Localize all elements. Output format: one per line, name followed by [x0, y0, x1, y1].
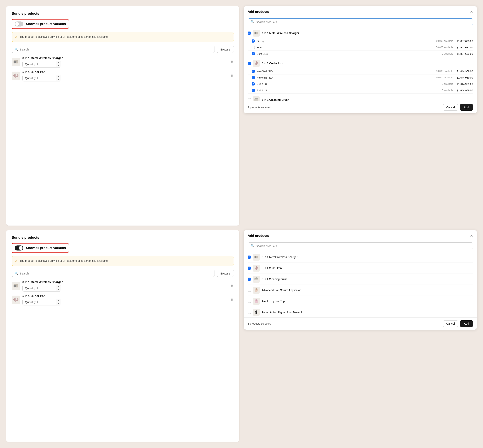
modal-close-bottom[interactable]: ✕ [470, 234, 473, 238]
qty-row-bottom-2[interactable]: Quantity 1 ▲ ▼ [23, 299, 61, 305]
qty-row-bottom-1[interactable]: Quantity 1 ▲ ▼ [23, 285, 61, 291]
svg-rect-1 [14, 61, 16, 63]
toggle-knob-bottom [19, 246, 23, 250]
toggle-switch-top[interactable] [15, 22, 23, 26]
add-button-top[interactable]: Add [460, 104, 473, 111]
search-wrap-top[interactable]: 🔍 [12, 46, 215, 53]
svg-rect-14 [257, 62, 258, 65]
product-thumb-bottom-1 [12, 282, 20, 290]
variant-checkbox-top-2-4[interactable] [252, 89, 255, 92]
toggle-row-bottom[interactable]: Show all product variants [12, 243, 69, 253]
svg-rect-4 [16, 73, 16, 78]
product-item-bottom-1: 3 In 1 Metal Wireless Charger Quantity 1… [12, 280, 234, 291]
warning-icon-top: ⚠ [15, 35, 18, 39]
modal-list-bottom[interactable]: 3 In 1 Metal Wireless Charger 5 in 1 Cur… [244, 252, 477, 317]
search-input-top[interactable] [20, 48, 212, 51]
qty-down-top-1[interactable]: ▼ [56, 64, 61, 67]
qty-row-top-2[interactable]: Quantity 1 ▲ ▼ [23, 75, 61, 81]
search-wrap-bottom[interactable]: 🔍 [12, 270, 215, 277]
variant-name-top-2-2: New 5in1 / EU [257, 76, 434, 79]
variant-name-top-1-1: Silvery [257, 40, 434, 43]
browse-button-top[interactable]: Browse [217, 46, 234, 53]
modal-search-icon-top: 🔍 [251, 20, 254, 24]
delete-button-bottom-1[interactable]: 🗑 [230, 284, 234, 288]
product-info-top-1: 3 In 1 Metal Wireless Charger Quantity 1… [23, 56, 226, 67]
modal-list-top[interactable]: 3 In 1 Metal Wireless Charger Silvery 50… [244, 28, 477, 101]
qty-up-top-2[interactable]: ▲ [56, 75, 61, 78]
simple-product-bottom-2: 5 in 1 Curler Iron [248, 263, 473, 274]
qty-spinners-bottom-2[interactable]: ▲ ▼ [56, 299, 61, 305]
simple-checkbox-bottom-5[interactable] [248, 300, 251, 303]
simple-product-bottom-4: Advanced Hair Serum Applicator [248, 285, 473, 296]
group-checkbox-top-1[interactable] [248, 32, 251, 35]
group-checkbox-top-2[interactable] [248, 62, 251, 65]
qty-down-top-2[interactable]: ▼ [56, 78, 61, 81]
variant-avail-top-1-3: 0 available [442, 52, 453, 55]
simple-name-bottom-4: Advanced Hair Serum Applicator [262, 289, 473, 292]
simple-checkbox-bottom-4[interactable] [248, 289, 251, 292]
modal-search-input-top[interactable] [256, 20, 470, 24]
variant-price-top-2-3: $1,644,969.00 [457, 83, 473, 86]
delete-button-top-1[interactable]: 🗑 [230, 60, 234, 64]
simple-product-bottom-1: 3 In 1 Metal Wireless Charger [248, 252, 473, 263]
qty-label-bottom-2: Quantity 1 [23, 299, 56, 305]
modal-search-wrap-bottom[interactable]: 🔍 [248, 242, 473, 249]
selected-count-top: 2 products selected [248, 106, 271, 109]
variant-price-top-2-1: $1,644,969.00 [457, 70, 473, 73]
simple-thumb-bottom-6 [253, 309, 260, 316]
variant-checkbox-top-1-2[interactable] [252, 46, 255, 49]
cancel-button-top[interactable]: Cancel [443, 104, 458, 111]
product-item-bottom-2: 5 in 1 Curler Iron Quantity 1 ▲ ▼ 🗑 [12, 294, 234, 305]
modal-close-top[interactable]: ✕ [470, 10, 473, 14]
simple-thumb-bottom-4 [253, 287, 260, 294]
toggle-label-top: Show all product variants [26, 22, 66, 26]
qty-up-bottom-1[interactable]: ▲ [56, 285, 61, 288]
qty-up-top-1[interactable]: ▲ [56, 61, 61, 64]
svg-rect-29 [255, 256, 256, 258]
qty-up-bottom-2[interactable]: ▲ [56, 299, 61, 302]
simple-product-bottom-3: 8 in 1 Cleaning Brush [248, 274, 473, 285]
toggle-switch-bottom[interactable] [15, 246, 23, 250]
bundle-title-top: Bundle products [12, 12, 234, 16]
add-button-bottom[interactable]: Add [460, 320, 473, 327]
search-icon-top: 🔍 [15, 48, 18, 51]
simple-name-bottom-3: 8 in 1 Cleaning Brush [262, 278, 473, 281]
warning-box-top: ⚠ The product is displayed only if it or… [12, 32, 234, 42]
qty-spinners-bottom-1[interactable]: ▲ ▼ [56, 285, 61, 291]
simple-checkbox-bottom-3[interactable] [248, 278, 251, 281]
variant-checkbox-top-2-3[interactable] [252, 82, 255, 86]
modal-search-input-bottom[interactable] [256, 244, 470, 248]
simple-thumb-bottom-3 [253, 276, 260, 283]
variant-avail-top-2-3: 0 available [442, 83, 453, 85]
variant-checkbox-top-2-1[interactable] [252, 70, 255, 73]
group-checkbox-top-3[interactable] [248, 98, 251, 101]
add-products-modal-top: Add products ✕ 🔍 3 In 1 Metal Wireless C… [244, 6, 477, 113]
variant-name-top-2-1: New 5in1 / US [257, 70, 434, 73]
simple-checkbox-bottom-6[interactable] [248, 311, 251, 314]
modal-search-wrap-top[interactable]: 🔍 [248, 18, 473, 25]
product-info-bottom-1: 3 In 1 Metal Wireless Charger Quantity 1… [23, 280, 226, 291]
delete-button-top-2[interactable]: 🗑 [230, 74, 234, 78]
variant-checkbox-top-2-2[interactable] [252, 76, 255, 79]
svg-rect-36 [257, 278, 258, 279]
svg-rect-12 [256, 61, 257, 65]
qty-row-top-1[interactable]: Quantity 1 ▲ ▼ [23, 61, 61, 67]
selected-count-bottom: 3 products selected [248, 322, 271, 325]
qty-spinners-top-1[interactable]: ▲ ▼ [56, 61, 61, 67]
variant-name-top-2-4: 5in1 / US [257, 89, 440, 92]
qty-down-bottom-1[interactable]: ▼ [56, 288, 61, 291]
delete-button-bottom-2[interactable]: 🗑 [230, 298, 234, 302]
svg-rect-34 [255, 278, 256, 279]
cancel-button-bottom[interactable]: Cancel [443, 320, 458, 327]
toggle-row-top[interactable]: Show all product variants [12, 19, 69, 29]
simple-product-bottom-6: Anime Action Figure Joint Movable [248, 307, 473, 317]
variant-checkbox-top-1-1[interactable] [252, 40, 255, 43]
variant-checkbox-top-1-3[interactable] [252, 52, 255, 55]
simple-checkbox-bottom-1[interactable] [248, 256, 251, 259]
search-input-bottom[interactable] [20, 272, 212, 275]
simple-checkbox-bottom-2[interactable] [248, 267, 251, 270]
qty-down-bottom-2[interactable]: ▼ [56, 302, 61, 305]
qty-spinners-top-2[interactable]: ▲ ▼ [56, 75, 61, 81]
browse-button-bottom[interactable]: Browse [217, 270, 234, 277]
qty-label-bottom-1: Quantity 1 [23, 285, 56, 291]
